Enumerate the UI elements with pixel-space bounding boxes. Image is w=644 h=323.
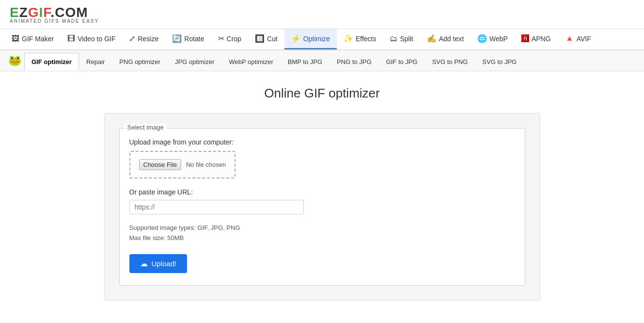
sub-nav: 🐸 GIF optimizer Repair PNG optimizer JPG…: [0, 50, 644, 71]
upload-button[interactable]: ☁ Upload!: [129, 254, 188, 273]
supported-info: Supported image types: GIF, JPG, PNG Max…: [129, 223, 515, 243]
no-file-label: No file chosen: [186, 161, 226, 168]
main-nav: 🖼 GIF Maker 🎞 Video to GIF ⤢ Resize 🔄 Ro…: [0, 29, 644, 50]
nav-avif-label: AVIF: [577, 35, 591, 43]
upload-icon: ☁: [140, 259, 148, 268]
nav-webp-label: WebP: [489, 35, 508, 43]
tab-gif-optimizer[interactable]: GIF optimizer: [24, 53, 79, 71]
upload-box: Select image Upload image from your comp…: [104, 113, 540, 301]
cut-icon: 🔲: [255, 34, 265, 43]
nav-webp[interactable]: 🌐 WebP: [471, 29, 515, 49]
section-legend: Select image: [125, 124, 167, 131]
sub-nav-logo: 🐸: [5, 50, 24, 71]
add-text-icon: ✍: [427, 34, 437, 43]
nav-add-text-label: Add text: [439, 35, 464, 43]
tab-png-to-jpg[interactable]: PNG to JPG: [330, 53, 379, 70]
upload-button-label: Upload!: [152, 259, 177, 268]
nav-gif-maker[interactable]: 🖼 GIF Maker: [5, 30, 61, 49]
tab-webp-optimizer[interactable]: WebP optimizer: [222, 53, 281, 70]
effects-icon: ✨: [344, 34, 353, 43]
nav-resize[interactable]: ⤢ Resize: [122, 29, 165, 49]
apng-icon: 🅰: [521, 34, 529, 43]
nav-apng-label: APNG: [532, 35, 551, 43]
nav-rotate-label: Rotate: [184, 35, 204, 43]
split-icon: 🗂: [390, 34, 397, 43]
nav-avif[interactable]: 🔺 AVIF: [558, 29, 598, 49]
resize-icon: ⤢: [129, 34, 135, 43]
page-title: Online GIF optimizer: [17, 86, 628, 101]
header: EZGIF.COM ANIMATED GIFS MADE EASY: [0, 0, 644, 29]
nav-video-to-gif[interactable]: 🎞 Video to GIF: [61, 30, 122, 49]
tab-svg-to-png[interactable]: SVG to PNG: [425, 53, 475, 70]
video-to-gif-icon: 🎞: [67, 34, 75, 43]
file-input-area[interactable]: Choose File No file chosen: [129, 151, 236, 178]
nav-effects-label: Effects: [356, 35, 377, 43]
choose-file-button[interactable]: Choose File: [139, 159, 181, 170]
max-file-size: Max file size: 50MB: [129, 233, 515, 243]
avif-icon: 🔺: [565, 34, 574, 43]
nav-resize-label: Resize: [138, 35, 158, 43]
nav-rotate[interactable]: 🔄 Rotate: [165, 29, 211, 49]
tab-bmp-to-jpg[interactable]: BMP to JPG: [281, 53, 330, 70]
gif-maker-icon: 🖼: [12, 34, 19, 43]
tab-repair[interactable]: Repair: [79, 53, 112, 70]
nav-crop[interactable]: ✂ Crop: [211, 29, 248, 49]
or-paste-label: Or paste image URL:: [129, 188, 515, 196]
page-content: Online GIF optimizer Select image Upload…: [7, 71, 637, 315]
nav-cut-label: Cut: [267, 35, 278, 43]
nav-optimize[interactable]: ⚡ Optimize: [284, 29, 337, 49]
nav-split-label: Split: [400, 35, 413, 43]
nav-crop-label: Crop: [227, 35, 241, 43]
nav-split[interactable]: 🗂 Split: [383, 30, 420, 49]
nav-effects[interactable]: ✨ Effects: [337, 29, 383, 49]
nav-apng[interactable]: 🅰 APNG: [515, 30, 558, 49]
select-image-section: Select image Upload image from your comp…: [119, 128, 525, 286]
tab-png-optimizer[interactable]: PNG optimizer: [112, 53, 168, 70]
tab-svg-to-jpg[interactable]: SVG to JPG: [475, 53, 524, 70]
webp-icon: 🌐: [477, 34, 487, 43]
nav-add-text[interactable]: ✍ Add text: [420, 29, 471, 49]
nav-gif-maker-label: GIF Maker: [22, 35, 54, 43]
supported-types: Supported image types: GIF, JPG, PNG: [129, 223, 515, 233]
tab-jpg-optimizer[interactable]: JPG optimizer: [168, 53, 222, 70]
upload-from-computer-label: Upload image from your computer:: [129, 138, 515, 146]
nav-video-to-gif-label: Video to GIF: [78, 35, 115, 43]
tab-gif-to-jpg[interactable]: GIF to JPG: [379, 53, 425, 70]
logo-subtitle: ANIMATED GIFS MADE EASY: [10, 18, 634, 24]
nav-optimize-label: Optimize: [303, 35, 330, 43]
url-input[interactable]: [129, 200, 304, 214]
optimize-icon: ⚡: [291, 34, 301, 43]
rotate-icon: 🔄: [172, 34, 182, 43]
crop-icon: ✂: [218, 34, 224, 43]
nav-cut[interactable]: 🔲 Cut: [248, 29, 284, 49]
